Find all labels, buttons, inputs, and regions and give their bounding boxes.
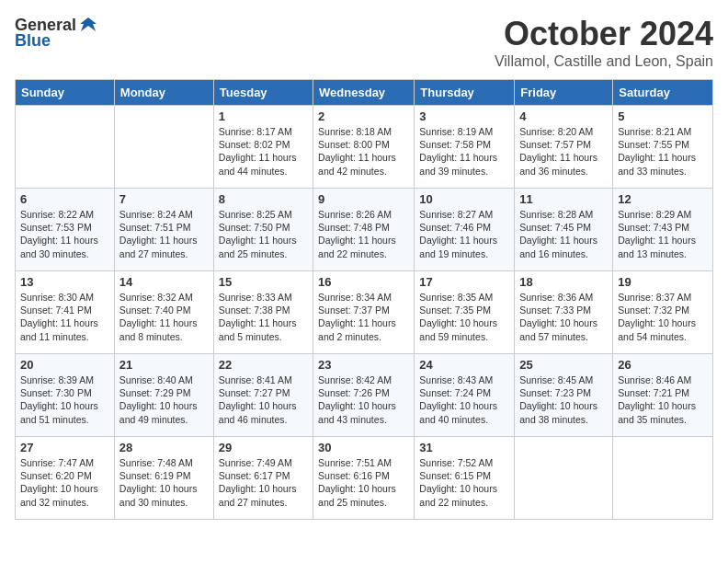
calendar-cell: 26Sunrise: 8:46 AMSunset: 7:21 PMDayligh…: [613, 354, 713, 437]
calendar-cell: 29Sunrise: 7:49 AMSunset: 6:17 PMDayligh…: [213, 437, 313, 520]
cell-content: Sunrise: 8:28 AMSunset: 7:45 PMDaylight:…: [519, 208, 608, 260]
calendar-cell: 4Sunrise: 8:20 AMSunset: 7:57 PMDaylight…: [515, 106, 613, 189]
day-number: 21: [119, 358, 209, 372]
calendar-cell: 12Sunrise: 8:29 AMSunset: 7:43 PMDayligh…: [613, 189, 713, 271]
logo-bird-icon: [78, 15, 98, 35]
day-number: 11: [519, 192, 608, 206]
calendar-cell: 20Sunrise: 8:39 AMSunset: 7:30 PMDayligh…: [16, 354, 115, 437]
day-number: 20: [20, 358, 109, 372]
calendar-day-header: Thursday: [415, 80, 515, 106]
calendar-cell: [613, 437, 713, 520]
calendar-cell: 30Sunrise: 7:51 AMSunset: 6:16 PMDayligh…: [313, 437, 415, 520]
day-number: 9: [318, 192, 409, 206]
calendar-cell: 15Sunrise: 8:33 AMSunset: 7:38 PMDayligh…: [213, 271, 313, 354]
cell-content: Sunrise: 8:30 AMSunset: 7:41 PMDaylight:…: [20, 291, 109, 343]
cell-content: Sunrise: 8:36 AMSunset: 7:33 PMDaylight:…: [519, 291, 608, 343]
calendar-cell: 16Sunrise: 8:34 AMSunset: 7:37 PMDayligh…: [313, 271, 415, 354]
day-number: 2: [318, 109, 409, 123]
day-number: 14: [119, 275, 209, 289]
cell-content: Sunrise: 8:33 AMSunset: 7:38 PMDaylight:…: [219, 291, 308, 343]
day-number: 5: [618, 109, 708, 123]
calendar-week-row: 27Sunrise: 7:47 AMSunset: 6:20 PMDayligh…: [16, 437, 713, 520]
day-number: 22: [219, 358, 308, 372]
calendar-cell: 8Sunrise: 8:25 AMSunset: 7:50 PMDaylight…: [213, 189, 313, 271]
calendar-cell: 6Sunrise: 8:22 AMSunset: 7:53 PMDaylight…: [16, 189, 115, 271]
month-title: October 2024: [495, 15, 713, 53]
calendar-day-header: Saturday: [613, 80, 713, 106]
day-number: 17: [419, 275, 509, 289]
calendar-week-row: 13Sunrise: 8:30 AMSunset: 7:41 PMDayligh…: [16, 271, 713, 354]
cell-content: Sunrise: 8:45 AMSunset: 7:23 PMDaylight:…: [519, 373, 608, 426]
calendar-cell: 9Sunrise: 8:26 AMSunset: 7:48 PMDaylight…: [313, 189, 415, 271]
day-number: 29: [219, 441, 308, 454]
calendar-day-header: Sunday: [16, 80, 115, 106]
calendar-week-row: 6Sunrise: 8:22 AMSunset: 7:53 PMDaylight…: [16, 189, 713, 271]
calendar-cell: 23Sunrise: 8:42 AMSunset: 7:26 PMDayligh…: [313, 354, 415, 437]
calendar-cell: 25Sunrise: 8:45 AMSunset: 7:23 PMDayligh…: [515, 354, 613, 437]
day-number: 28: [119, 441, 209, 454]
day-number: 12: [618, 192, 708, 206]
calendar-cell: 14Sunrise: 8:32 AMSunset: 7:40 PMDayligh…: [114, 271, 213, 354]
calendar-cell: 22Sunrise: 8:41 AMSunset: 7:27 PMDayligh…: [213, 354, 313, 437]
day-number: 15: [219, 275, 308, 289]
day-number: 3: [419, 109, 509, 123]
day-number: 27: [20, 441, 109, 454]
title-area: October 2024 Villamol, Castille and Leon…: [495, 15, 713, 70]
day-number: 7: [119, 192, 209, 206]
day-number: 18: [519, 275, 608, 289]
cell-content: Sunrise: 8:24 AMSunset: 7:51 PMDaylight:…: [119, 208, 209, 260]
day-number: 8: [219, 192, 308, 206]
cell-content: Sunrise: 7:47 AMSunset: 6:20 PMDaylight:…: [20, 456, 109, 509]
cell-content: Sunrise: 8:40 AMSunset: 7:29 PMDaylight:…: [119, 373, 209, 426]
logo-blue-text: Blue: [15, 31, 51, 51]
location-label: Villamol, Castille and Leon, Spain: [495, 53, 713, 70]
day-number: 10: [419, 192, 509, 206]
calendar-cell: 1Sunrise: 8:17 AMSunset: 8:02 PMDaylight…: [213, 106, 313, 189]
calendar-day-header: Tuesday: [213, 80, 313, 106]
cell-content: Sunrise: 7:49 AMSunset: 6:17 PMDaylight:…: [219, 456, 308, 509]
calendar-week-row: 20Sunrise: 8:39 AMSunset: 7:30 PMDayligh…: [16, 354, 713, 437]
day-number: 19: [618, 275, 708, 289]
cell-content: Sunrise: 8:43 AMSunset: 7:24 PMDaylight:…: [419, 373, 509, 426]
calendar-cell: [114, 106, 213, 189]
cell-content: Sunrise: 7:51 AMSunset: 6:16 PMDaylight:…: [318, 456, 409, 509]
calendar-cell: 31Sunrise: 7:52 AMSunset: 6:15 PMDayligh…: [415, 437, 515, 520]
calendar-day-header: Wednesday: [313, 80, 415, 106]
calendar-cell: 3Sunrise: 8:19 AMSunset: 7:58 PMDaylight…: [415, 106, 515, 189]
cell-content: Sunrise: 7:48 AMSunset: 6:19 PMDaylight:…: [119, 456, 209, 509]
day-number: 16: [318, 275, 409, 289]
calendar-cell: 17Sunrise: 8:35 AMSunset: 7:35 PMDayligh…: [415, 271, 515, 354]
cell-content: Sunrise: 8:26 AMSunset: 7:48 PMDaylight:…: [318, 208, 409, 260]
day-number: 6: [20, 192, 109, 206]
calendar-day-header: Monday: [114, 80, 213, 106]
cell-content: Sunrise: 8:41 AMSunset: 7:27 PMDaylight:…: [219, 373, 308, 426]
cell-content: Sunrise: 8:22 AMSunset: 7:53 PMDaylight:…: [20, 208, 109, 260]
calendar-cell: 13Sunrise: 8:30 AMSunset: 7:41 PMDayligh…: [16, 271, 115, 354]
cell-content: Sunrise: 8:17 AMSunset: 8:02 PMDaylight:…: [219, 125, 308, 178]
cell-content: Sunrise: 8:20 AMSunset: 7:57 PMDaylight:…: [519, 125, 608, 178]
day-number: 13: [20, 275, 109, 289]
page-header: General Blue October 2024 Villamol, Cast…: [15, 15, 713, 70]
calendar-cell: 27Sunrise: 7:47 AMSunset: 6:20 PMDayligh…: [16, 437, 115, 520]
cell-content: Sunrise: 8:35 AMSunset: 7:35 PMDaylight:…: [419, 291, 509, 343]
svg-marker-0: [80, 17, 97, 31]
calendar-cell: 5Sunrise: 8:21 AMSunset: 7:55 PMDaylight…: [613, 106, 713, 189]
calendar-cell: 2Sunrise: 8:18 AMSunset: 8:00 PMDaylight…: [313, 106, 415, 189]
cell-content: Sunrise: 8:37 AMSunset: 7:32 PMDaylight:…: [618, 291, 708, 343]
cell-content: Sunrise: 8:21 AMSunset: 7:55 PMDaylight:…: [618, 125, 708, 178]
day-number: 23: [318, 358, 409, 372]
cell-content: Sunrise: 8:18 AMSunset: 8:00 PMDaylight:…: [318, 125, 409, 178]
day-number: 1: [219, 109, 308, 123]
cell-content: Sunrise: 8:32 AMSunset: 7:40 PMDaylight:…: [119, 291, 209, 343]
calendar-cell: [16, 106, 115, 189]
calendar-cell: 24Sunrise: 8:43 AMSunset: 7:24 PMDayligh…: [415, 354, 515, 437]
calendar-header-row: SundayMondayTuesdayWednesdayThursdayFrid…: [16, 80, 713, 106]
calendar-cell: 7Sunrise: 8:24 AMSunset: 7:51 PMDaylight…: [114, 189, 213, 271]
day-number: 30: [318, 441, 409, 454]
cell-content: Sunrise: 8:29 AMSunset: 7:43 PMDaylight:…: [618, 208, 708, 260]
day-number: 24: [419, 358, 509, 372]
cell-content: Sunrise: 8:25 AMSunset: 7:50 PMDaylight:…: [219, 208, 308, 260]
calendar-cell: 11Sunrise: 8:28 AMSunset: 7:45 PMDayligh…: [515, 189, 613, 271]
calendar-cell: 28Sunrise: 7:48 AMSunset: 6:19 PMDayligh…: [114, 437, 213, 520]
calendar-week-row: 1Sunrise: 8:17 AMSunset: 8:02 PMDaylight…: [16, 106, 713, 189]
